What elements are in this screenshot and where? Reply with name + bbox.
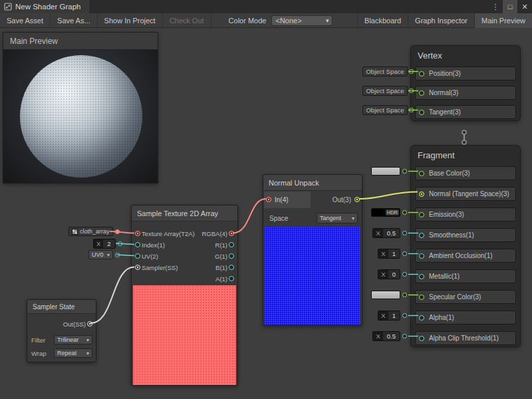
input-in4[interactable]: In(4) — [264, 192, 311, 208]
output-rgba[interactable]: RGBA(4) — [191, 228, 237, 239]
vertex-row-tangent[interactable]: Tangent(3) — [415, 105, 516, 119]
fragment-row-specular-color[interactable]: Specular Color(3) — [415, 290, 516, 304]
output-r[interactable]: R(1) — [191, 239, 237, 251]
space-dropdown[interactable]: Tangent ▾ — [317, 213, 358, 223]
port-ambient-occlusion[interactable] — [419, 253, 424, 259]
normal-unpack-node[interactable]: Normal Unpack In(4) Out(3) Space Tangent… — [263, 174, 362, 326]
ambient-occlusion-widget[interactable]: X1 — [378, 249, 407, 259]
output-out-ss[interactable]: Out(SS) — [27, 319, 96, 329]
fragment-row-emission[interactable]: Emission(3) — [415, 207, 516, 221]
fragment-row-normal-ts[interactable]: Normal (Tangent Space)(3) — [415, 187, 516, 201]
input-sampler[interactable]: Sampler(SS) — [132, 262, 198, 273]
input-texture-array[interactable]: Texture Array(T2A) — [132, 228, 198, 239]
port-in[interactable] — [266, 197, 271, 202]
float-value[interactable]: 1 — [388, 249, 400, 258]
float-value[interactable]: 2 — [103, 239, 114, 248]
output-b[interactable]: B(1) — [191, 262, 237, 273]
input-index[interactable]: Index(1) — [132, 239, 198, 251]
port-normal-tangent-space[interactable] — [419, 192, 424, 197]
node-title[interactable]: Sampler State — [27, 300, 96, 314]
port-r[interactable] — [229, 242, 234, 247]
node-title[interactable]: Sample Texture 2D Array — [132, 205, 237, 221]
port-emission[interactable] — [419, 212, 424, 217]
hdr-color-swatch[interactable]: HDR — [371, 208, 400, 217]
fragment-row-base-color[interactable]: Base Color(3) — [415, 166, 516, 180]
fragment-row-metallic[interactable]: Metallic(1) — [415, 269, 516, 283]
sample-texture-2d-array-node[interactable]: Sample Texture 2D Array Texture Array(T2… — [131, 205, 238, 386]
port-tangent-in[interactable] — [419, 110, 424, 115]
fragment-row-alpha[interactable]: Alpha(1) — [415, 311, 516, 325]
port-sampler[interactable] — [135, 265, 140, 270]
uv-channel-field[interactable]: UV0 ▾ — [88, 250, 120, 259]
port-b[interactable] — [229, 265, 234, 270]
output-out3[interactable]: Out(3) — [315, 192, 362, 208]
connector-dot — [402, 313, 407, 318]
fragment-row-ambient-occlusion[interactable]: Ambient Occlusion(1) — [415, 249, 516, 263]
uv-dropdown[interactable]: UV0 ▾ — [88, 250, 113, 259]
filter-dropdown[interactable]: Trilinear ▾ — [54, 335, 92, 344]
save-as-button[interactable]: Save As... — [51, 13, 98, 28]
object-space-dropdown-tangent[interactable]: Object Space — [362, 105, 408, 115]
fragment-block[interactable]: Fragment Base Color(3) Normal (Tangent S… — [410, 145, 521, 347]
alpha-clip-threshold-widget[interactable]: X0.5 — [372, 331, 407, 341]
port-texture-array[interactable] — [135, 231, 140, 236]
graph-inspector-toggle[interactable]: Graph Inspector — [408, 13, 474, 28]
fragment-row-smoothness[interactable]: Smoothness(1) — [415, 228, 516, 242]
vertex-row-position[interactable]: Position(3) — [415, 66, 516, 80]
float-value[interactable]: 0.5 — [383, 332, 400, 340]
texture-array-field[interactable]: cloth_array — [68, 227, 120, 236]
color-swatch[interactable] — [371, 291, 400, 299]
port-out-ss[interactable] — [87, 321, 92, 327]
index-field[interactable]: X2 — [93, 239, 122, 249]
port-metallic[interactable] — [419, 274, 424, 279]
float-value[interactable]: 0 — [388, 270, 400, 279]
vertex-block[interactable]: Vertex Position(3) Normal(3) Tangent(3) — [410, 45, 521, 121]
fragment-row-alpha-clip-threshold[interactable]: Alpha Clip Threshold(1) — [415, 331, 516, 345]
close-icon[interactable]: ✕ — [517, 0, 532, 13]
float-value[interactable]: 0.5 — [383, 229, 400, 237]
port-base-color[interactable] — [419, 171, 424, 176]
object-field[interactable]: cloth_array — [68, 227, 113, 236]
wire-out-to-normal[interactable] — [359, 192, 418, 200]
save-asset-button[interactable]: Save Asset — [0, 13, 51, 28]
object-space-dropdown-normal[interactable]: Object Space — [362, 86, 408, 96]
main-preview-header[interactable]: Main Preview — [3, 33, 158, 50]
wire-sampler[interactable] — [90, 267, 134, 324]
output-g[interactable]: G(1) — [191, 251, 237, 262]
color-mode-dropdown[interactable]: <None> ▾ — [271, 15, 332, 26]
main-preview-panel[interactable]: Main Preview — [3, 32, 158, 184]
port-alpha-clip-threshold[interactable] — [419, 336, 424, 341]
object-space-dropdown-position[interactable]: Object Space — [362, 66, 408, 76]
smoothness-widget[interactable]: X0.5 — [372, 228, 407, 238]
port-out[interactable] — [354, 197, 360, 202]
document-tab[interactable]: New Shader Graph — [0, 0, 90, 13]
metallic-widget[interactable]: X0 — [378, 269, 407, 279]
maximize-icon[interactable]: □ — [503, 0, 517, 13]
wrap-dropdown[interactable]: Repeat ▾ — [54, 348, 92, 358]
output-a[interactable]: A(1) — [191, 273, 237, 285]
specular-color-widget[interactable] — [371, 291, 407, 299]
sampler-state-node[interactable]: Sampler State Out(SS) Filter Trilinear ▾… — [27, 299, 96, 362]
color-swatch[interactable] — [371, 167, 400, 176]
vertex-row-normal[interactable]: Normal(3) — [415, 86, 516, 100]
port-alpha[interactable] — [419, 315, 424, 321]
input-uv[interactable]: UV(2) — [132, 251, 198, 262]
port-smoothness[interactable] — [419, 233, 424, 238]
port-normal-in[interactable] — [419, 90, 424, 96]
port-specular-color[interactable] — [419, 295, 424, 300]
base-color-widget[interactable] — [371, 167, 407, 176]
port-rgba[interactable] — [229, 231, 234, 236]
port-uv[interactable] — [135, 253, 140, 259]
blackboard-toggle[interactable]: Blackboard — [357, 13, 408, 28]
port-index[interactable] — [135, 242, 140, 247]
alpha-widget[interactable]: X1 — [378, 311, 407, 321]
node-title[interactable]: Normal Unpack — [263, 175, 362, 191]
port-a[interactable] — [229, 276, 234, 281]
emission-widget[interactable]: HDR — [371, 208, 407, 217]
port-position-in[interactable] — [419, 71, 424, 76]
float-value[interactable]: 1 — [388, 311, 400, 320]
menu-icon[interactable]: ⋮ — [488, 0, 503, 13]
show-in-project-button[interactable]: Show In Project — [98, 13, 163, 28]
main-preview-toggle[interactable]: Main Preview — [474, 13, 532, 28]
port-g[interactable] — [229, 253, 234, 259]
